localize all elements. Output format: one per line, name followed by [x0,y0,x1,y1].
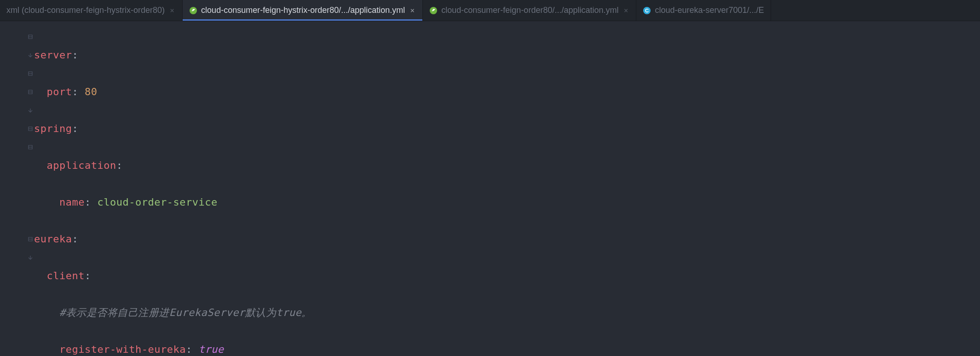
fold-marker[interactable] [27,83,34,101]
fold-marker[interactable] [27,120,34,138]
code-line: client: [34,267,655,285]
yaml-key: server [34,49,72,61]
gutter [0,21,34,356]
fold-marker[interactable] [27,64,34,83]
fold-marker[interactable] [27,28,34,46]
close-icon[interactable]: × [622,6,629,15]
class-icon: C [643,6,651,15]
fold-marker [27,212,34,230]
yaml-colon: : [116,160,123,171]
tab-application-yml-hystrix[interactable]: cloud-consumer-feign-hystrix-order80/...… [183,0,423,21]
tab-label: cloud-consumer-feign-order80/.../applica… [441,6,618,15]
fold-marker [27,156,34,175]
yaml-colon: : [72,49,78,61]
yaml-number: 80 [85,86,98,98]
editor[interactable]: server: port: 80 spring: application: na… [0,21,980,356]
fold-marker[interactable] [27,46,34,64]
yaml-colon: : [85,196,98,208]
spring-icon [189,6,197,15]
yaml-key: client [47,270,85,281]
yaml-colon: : [85,270,91,281]
yaml-colon: : [72,123,78,134]
fold-marker [27,193,34,212]
tab-label: cloud-eureka-server7001/.../E [655,6,764,15]
yaml-key: application [47,160,116,171]
yaml-key: port [47,86,72,98]
yaml-bool: true [198,344,224,355]
spring-icon [429,6,438,15]
code-line: name: cloud-order-service [34,193,655,212]
code-area[interactable]: server: port: 80 spring: application: na… [34,21,655,356]
code-line: spring: [34,120,655,138]
fold-marker[interactable] [27,138,34,156]
tab-xml[interactable]: xml (cloud-consumer-feign-hystrix-order8… [0,0,183,21]
yaml-key: spring [34,123,72,134]
fold-marker[interactable] [27,230,34,248]
tab-eureka-server[interactable]: C cloud-eureka-server7001/.../E [636,0,771,21]
code-line: port: 80 [34,83,655,101]
tab-label: xml (cloud-consumer-feign-hystrix-order8… [6,6,165,15]
yaml-colon: : [72,233,78,245]
yaml-key: register-with-eureka [59,344,186,355]
fold-marker[interactable] [27,101,34,120]
fold-marker [27,175,34,193]
yaml-comment: #表示是否将自己注册进EurekaServer默认为true。 [59,307,312,318]
yaml-key: name [59,196,85,208]
fold-column [27,28,34,267]
fold-marker[interactable] [27,248,34,267]
code-line: register-with-eureka: true [34,340,655,356]
code-line: server: [34,46,655,64]
code-line: #表示是否将自己注册进EurekaServer默认为true。 [34,304,655,322]
yaml-colon: : [72,86,85,98]
close-icon[interactable]: × [409,6,416,15]
yaml-key: eureka [34,233,72,245]
tab-bar: xml (cloud-consumer-feign-hystrix-order8… [0,0,980,21]
code-line: application: [34,156,655,175]
close-icon[interactable]: × [168,6,176,15]
svg-text:C: C [646,8,649,13]
yaml-colon: : [186,344,199,355]
tab-application-yml-feign[interactable]: cloud-consumer-feign-order80/.../applica… [423,0,636,21]
tab-label: cloud-consumer-feign-hystrix-order80/...… [201,6,405,15]
yaml-string: cloud-order-service [97,196,217,208]
code-line: eureka: [34,230,655,248]
